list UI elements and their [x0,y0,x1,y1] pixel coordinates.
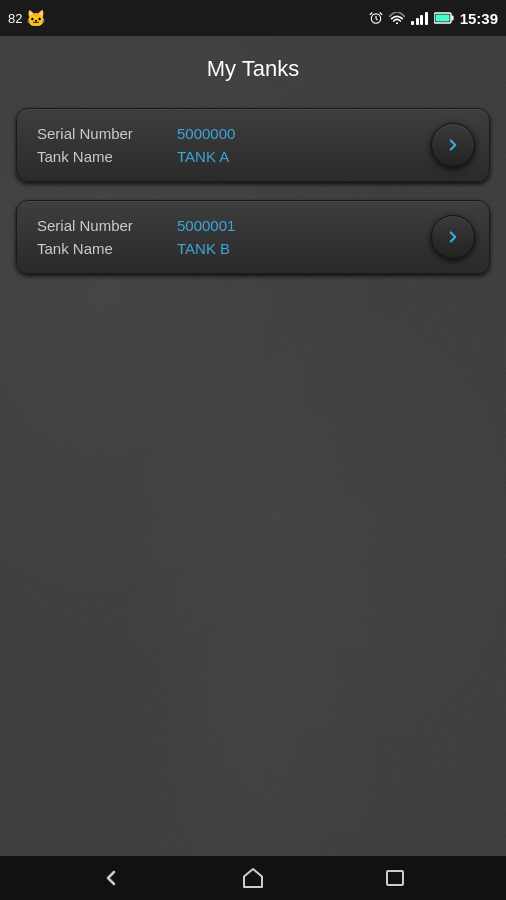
home-icon [241,866,265,890]
tank-b-chevron-button[interactable] [431,215,475,259]
recents-button[interactable] [373,856,417,900]
tank-a-name-value: TANK A [177,148,229,165]
back-button[interactable] [89,856,133,900]
tank-b-serial-value: 5000001 [177,217,235,234]
tank-a-info: Serial Number 5000000 Tank Name TANK A [37,125,421,165]
page-title: My Tanks [0,36,506,98]
tank-b-name-row: Tank Name TANK B [37,240,421,257]
chevron-right-icon [444,136,462,154]
status-bar-right: 15:39 [369,10,498,27]
home-button[interactable] [231,856,275,900]
tank-a-serial-label: Serial Number [37,125,177,142]
tank-a-chevron-button[interactable] [431,123,475,167]
nav-bar [0,856,506,900]
main-content: My Tanks Serial Number 5000000 Tank Name… [0,36,506,856]
tank-list: Serial Number 5000000 Tank Name TANK A S… [0,98,506,302]
svg-rect-3 [435,15,449,22]
signal-icon [411,11,428,25]
tank-a-serial-row: Serial Number 5000000 [37,125,421,142]
tank-b-name-value: TANK B [177,240,230,257]
tank-card-b[interactable]: Serial Number 5000001 Tank Name TANK B [16,200,490,274]
battery-percentage: 82 [8,11,22,26]
svg-rect-5 [387,871,403,885]
status-bar-left: 82 🐱 [8,9,46,28]
tank-a-name-row: Tank Name TANK A [37,148,421,165]
tank-a-name-label: Tank Name [37,148,177,165]
tank-b-serial-label: Serial Number [37,217,177,234]
tank-b-info: Serial Number 5000001 Tank Name TANK B [37,217,421,257]
svg-point-1 [396,22,398,24]
battery-icon [434,12,454,24]
chevron-right-icon [444,228,462,246]
svg-rect-4 [451,16,453,21]
clock: 15:39 [460,10,498,27]
cat-icon: 🐱 [26,9,46,28]
tank-b-name-label: Tank Name [37,240,177,257]
recents-icon [383,866,407,890]
tank-b-serial-row: Serial Number 5000001 [37,217,421,234]
tank-a-serial-value: 5000000 [177,125,235,142]
alarm-icon [369,11,383,25]
wifi-icon [389,12,405,24]
tank-card-a[interactable]: Serial Number 5000000 Tank Name TANK A [16,108,490,182]
status-bar: 82 🐱 15:39 [0,0,506,36]
back-icon [99,866,123,890]
